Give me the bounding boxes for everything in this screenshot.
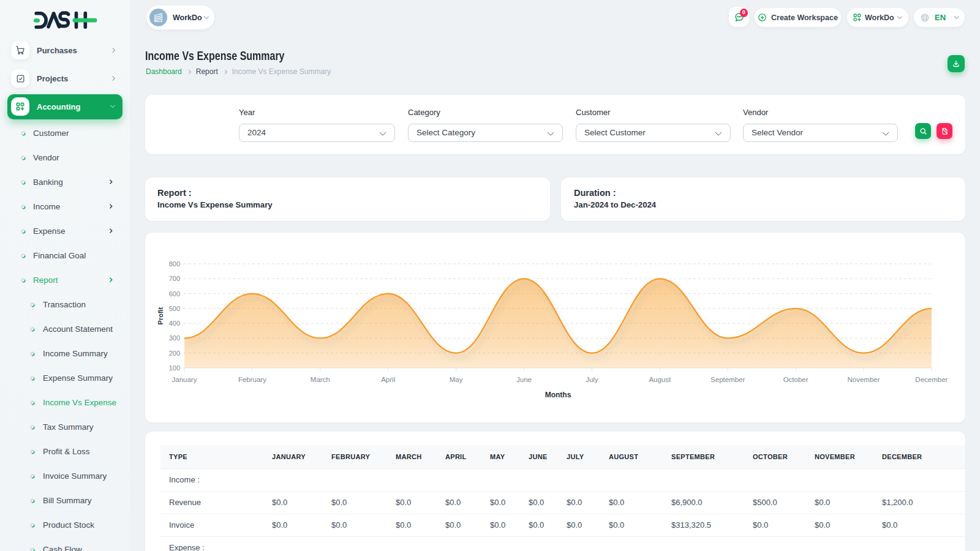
svg-text:500: 500 <box>169 305 180 312</box>
svg-text:June: June <box>516 376 532 383</box>
svg-text:800: 800 <box>169 260 180 268</box>
svg-text:300: 300 <box>169 334 180 342</box>
svg-text:100: 100 <box>169 364 180 372</box>
svg-text:Profit: Profit <box>157 307 164 324</box>
svg-text:March: March <box>311 376 330 383</box>
svg-text:July: July <box>586 376 598 383</box>
svg-text:May: May <box>450 376 463 383</box>
svg-text:November: November <box>847 376 880 383</box>
svg-text:April: April <box>381 376 395 383</box>
svg-text:August: August <box>649 376 671 383</box>
svg-text:200: 200 <box>169 350 180 357</box>
svg-text:400: 400 <box>169 320 180 327</box>
svg-text:January: January <box>172 376 197 383</box>
svg-text:October: October <box>783 376 809 383</box>
svg-text:September: September <box>710 376 745 383</box>
svg-text:Months: Months <box>545 391 571 399</box>
svg-text:December: December <box>915 376 948 383</box>
svg-text:600: 600 <box>169 290 180 298</box>
svg-text:700: 700 <box>169 275 180 282</box>
svg-text:February: February <box>238 376 266 383</box>
